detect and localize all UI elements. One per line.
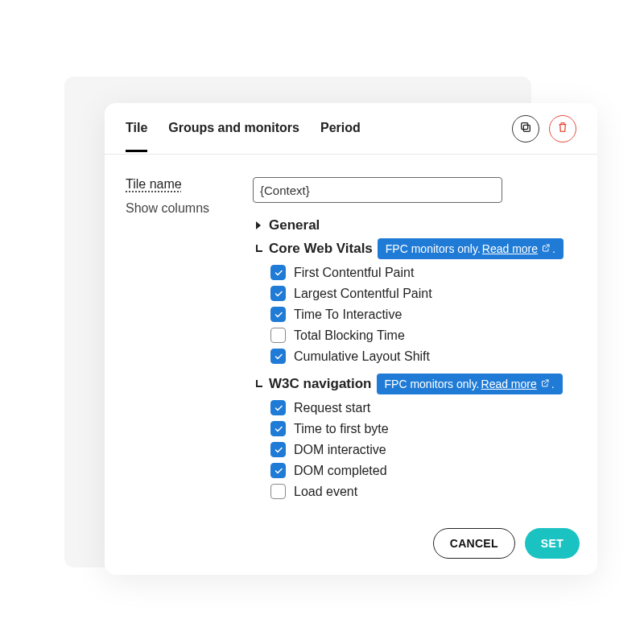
list-item: DOM completed bbox=[270, 463, 576, 478]
tab-period[interactable]: Period bbox=[320, 105, 361, 152]
checkbox-label: Cumulative Layout Shift bbox=[294, 349, 430, 364]
w3c-badge-prefix: FPC monitors only. bbox=[385, 378, 480, 390]
dialog-actions bbox=[512, 115, 576, 142]
cwv-fpc-badge: FPC monitors only. Read more . bbox=[378, 238, 564, 259]
w3c-checkbox-2[interactable] bbox=[270, 442, 286, 457]
checkbox-label: First Contentful Paint bbox=[294, 266, 414, 280]
field-values: General Core Web Vitals FPC monitors onl… bbox=[253, 177, 576, 509]
list-item: Request start bbox=[270, 400, 576, 415]
list-item: Time To Interactive bbox=[270, 307, 576, 322]
group-core-web-vitals[interactable]: Core Web Vitals FPC monitors only. Read … bbox=[253, 238, 576, 259]
checkbox-label: Request start bbox=[294, 401, 370, 415]
checkbox-label: Time To Interactive bbox=[294, 308, 402, 322]
duplicate-button[interactable] bbox=[512, 115, 539, 142]
checkbox-label: Time to first byte bbox=[294, 422, 389, 436]
tab-tile[interactable]: Tile bbox=[126, 105, 147, 152]
group-general[interactable]: General bbox=[253, 217, 576, 233]
cancel-button[interactable]: CANCEL bbox=[433, 528, 515, 559]
cwv-badge-prefix: FPC monitors only. bbox=[386, 242, 481, 255]
w3c-checkbox-0[interactable] bbox=[270, 400, 286, 415]
checkbox-label: DOM interactive bbox=[294, 443, 386, 457]
tabs: Tile Groups and monitors Period bbox=[126, 103, 361, 154]
cwv-checkbox-3[interactable] bbox=[270, 328, 286, 343]
list-item: Load event bbox=[270, 484, 576, 499]
group-w3c-title: W3C navigation bbox=[269, 376, 372, 392]
list-item: DOM interactive bbox=[270, 442, 576, 457]
cwv-checkbox-1[interactable] bbox=[270, 286, 286, 301]
w3c-read-more-link[interactable]: Read more bbox=[481, 378, 537, 390]
tile-name-input[interactable] bbox=[253, 177, 502, 203]
tab-groups-monitors[interactable]: Groups and monitors bbox=[168, 105, 299, 152]
checkbox-label: Largest Contentful Paint bbox=[294, 287, 432, 301]
cwv-checkbox-0[interactable] bbox=[270, 265, 286, 280]
group-cwv-title: Core Web Vitals bbox=[269, 241, 373, 257]
cwv-items: First Contentful PaintLargest Contentful… bbox=[270, 265, 576, 364]
cwv-read-more-link[interactable]: Read more bbox=[482, 242, 538, 255]
w3c-items: Request startTime to first byteDOM inter… bbox=[270, 400, 576, 499]
cwv-checkbox-4[interactable] bbox=[270, 349, 286, 364]
content: Tile name Show columns General Core Web … bbox=[105, 155, 597, 517]
delete-button[interactable] bbox=[549, 115, 576, 142]
label-tile-name: Tile name bbox=[126, 177, 230, 192]
label-show-columns: Show columns bbox=[126, 201, 230, 216]
copy-icon bbox=[519, 121, 532, 136]
list-item: Time to first byte bbox=[270, 421, 576, 436]
svg-rect-1 bbox=[522, 123, 528, 130]
w3c-checkbox-1[interactable] bbox=[270, 421, 286, 436]
set-button[interactable]: SET bbox=[525, 528, 580, 559]
w3c-fpc-badge: FPC monitors only. Read more . bbox=[377, 374, 563, 394]
checkbox-label: Load event bbox=[294, 485, 357, 499]
list-item: Largest Contentful Paint bbox=[270, 286, 576, 301]
field-labels: Tile name Show columns bbox=[126, 177, 230, 509]
svg-rect-0 bbox=[523, 125, 530, 131]
external-link-icon bbox=[541, 242, 551, 255]
checkbox-label: Total Blocking Time bbox=[294, 328, 405, 343]
w3c-checkbox-3[interactable] bbox=[270, 463, 286, 478]
list-item: Cumulative Layout Shift bbox=[270, 349, 576, 364]
tile-settings-dialog: Tile Groups and monitors Period Tile nam… bbox=[105, 103, 597, 575]
expanded-caret-icon bbox=[253, 379, 264, 389]
w3c-checkbox-4[interactable] bbox=[270, 484, 286, 499]
cwv-checkbox-2[interactable] bbox=[270, 307, 286, 322]
chevron-right-icon bbox=[253, 221, 264, 230]
trash-icon bbox=[556, 121, 569, 136]
group-general-title: General bbox=[269, 217, 320, 233]
expanded-caret-icon bbox=[253, 244, 264, 254]
dialog-footer: CANCEL SET bbox=[105, 517, 597, 575]
group-w3c-navigation[interactable]: W3C navigation FPC monitors only. Read m… bbox=[253, 374, 576, 394]
checkbox-label: DOM completed bbox=[294, 464, 387, 478]
tabs-row: Tile Groups and monitors Period bbox=[105, 103, 597, 155]
external-link-icon bbox=[540, 378, 550, 390]
list-item: Total Blocking Time bbox=[270, 328, 576, 343]
list-item: First Contentful Paint bbox=[270, 265, 576, 280]
